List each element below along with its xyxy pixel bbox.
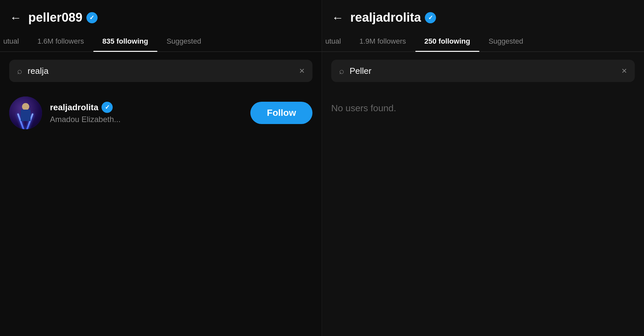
- left-avatar-figure: [17, 103, 34, 123]
- left-tab-suggested[interactable]: Suggested: [157, 31, 210, 52]
- right-search-bar: ⌕ ×: [331, 60, 635, 82]
- right-search-container: ⌕ ×: [322, 52, 644, 90]
- right-no-users: No users found.: [322, 90, 644, 127]
- left-user-item: realjadrolita Amadou Elizabeth... Follow: [0, 90, 322, 136]
- right-search-input[interactable]: [350, 66, 616, 76]
- left-user-subname: Amadou Elizabeth...: [50, 115, 121, 124]
- left-avatar-inner: [9, 96, 42, 129]
- right-tab-suggested[interactable]: Suggested: [479, 31, 532, 52]
- left-user-verified-badge: [102, 102, 113, 113]
- left-search-clear[interactable]: ×: [299, 66, 305, 76]
- left-tab-followers[interactable]: 1.6M followers: [28, 31, 93, 52]
- right-tab-following[interactable]: 250 following: [415, 31, 479, 52]
- lightsaber-right-icon: [26, 113, 34, 129]
- left-username: peller089: [28, 10, 82, 25]
- right-tab-followers[interactable]: 1.9M followers: [350, 31, 415, 52]
- left-header: ← peller089: [0, 0, 322, 31]
- right-search-clear[interactable]: ×: [622, 66, 627, 76]
- left-verified-badge: [86, 12, 98, 23]
- left-search-icon: ⌕: [17, 66, 22, 76]
- right-header: ← realjadrolita: [322, 0, 644, 31]
- left-user-info: realjadrolita Amadou Elizabeth...: [50, 102, 242, 124]
- right-username: realjadrolita: [350, 10, 421, 25]
- left-tabs: utual 1.6M followers 835 following Sugge…: [0, 31, 322, 52]
- right-username-row: realjadrolita: [350, 10, 436, 25]
- right-panel: ← realjadrolita utual 1.9M followers 250…: [322, 0, 644, 336]
- right-search-icon: ⌕: [339, 66, 344, 76]
- left-user-handle[interactable]: realjadrolita: [50, 102, 98, 113]
- left-search-container: ⌕ ×: [0, 52, 322, 90]
- lightsaber-left-icon: [17, 113, 25, 129]
- left-panel: ← peller089 utual 1.6M followers 835 fol…: [0, 0, 322, 336]
- right-back-button[interactable]: ←: [332, 12, 344, 24]
- left-tab-following[interactable]: 835 following: [93, 31, 157, 52]
- left-back-button[interactable]: ←: [10, 12, 22, 24]
- left-follow-button[interactable]: Follow: [250, 102, 312, 124]
- left-user-handle-row: realjadrolita: [50, 102, 242, 113]
- left-username-row: peller089: [28, 10, 98, 25]
- left-tab-mutual[interactable]: utual: [0, 31, 28, 52]
- left-user-avatar[interactable]: [9, 96, 42, 129]
- right-tabs: utual 1.9M followers 250 following Sugge…: [322, 31, 644, 52]
- left-search-input[interactable]: [28, 66, 294, 76]
- right-tab-mutual[interactable]: utual: [322, 31, 350, 52]
- right-verified-badge: [425, 12, 436, 23]
- left-search-bar: ⌕ ×: [9, 60, 312, 82]
